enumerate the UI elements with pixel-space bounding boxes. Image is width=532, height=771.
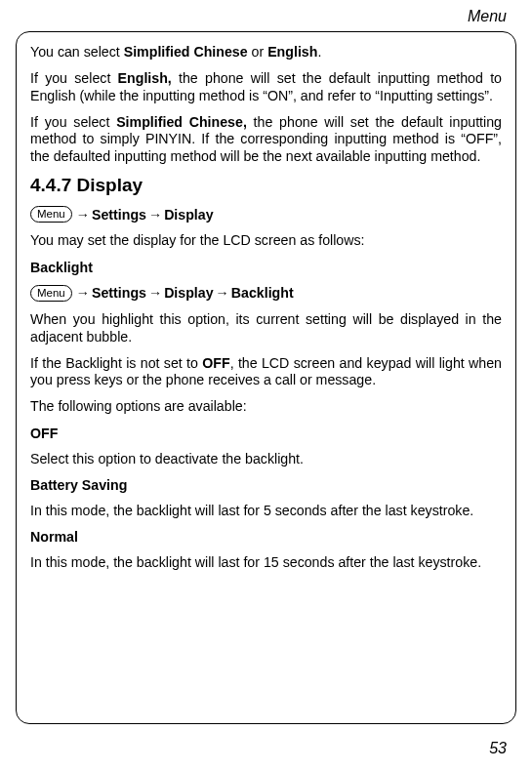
page-frame: You can select Simplified Chinese or Eng… xyxy=(16,31,516,724)
arrow-icon: → xyxy=(148,207,162,223)
display-p1: You may set the display for the LCD scre… xyxy=(30,232,502,249)
page-number: 53 xyxy=(489,740,507,757)
arrow-icon: → xyxy=(216,285,229,301)
bold-text: English, xyxy=(118,70,172,86)
nav-seg: Backlight xyxy=(231,285,294,301)
nav-seg: Display xyxy=(164,285,213,301)
bold-text: Simplified Chinese xyxy=(124,44,248,60)
subhead-normal: Normal xyxy=(30,529,502,545)
backlight-p3: The following options are available: xyxy=(30,398,502,415)
backlight-p2: If the Backlight is not set to OFF, the … xyxy=(30,355,502,389)
nav-path-backlight: Menu →Settings→Display→Backlight xyxy=(30,285,502,303)
heading-4-4-7: 4.4.7 Display xyxy=(30,175,502,196)
intro-p2: If you select English, the phone will se… xyxy=(30,70,502,104)
nav-seg: Settings xyxy=(92,285,146,301)
subhead-off: OFF xyxy=(30,426,502,441)
arrow-icon: → xyxy=(148,285,162,301)
menu-pill: Menu xyxy=(30,206,72,223)
menu-pill: Menu xyxy=(30,285,72,303)
subhead-backlight: Backlight xyxy=(30,260,502,275)
arrow-icon: → xyxy=(76,207,90,223)
nav-seg: Settings xyxy=(92,207,146,223)
section-header: Menu xyxy=(0,0,532,29)
normal-desc: In this mode, the backlight will last fo… xyxy=(30,554,502,571)
intro-p1: You can select Simplified Chinese or Eng… xyxy=(30,44,502,61)
arrow-icon: → xyxy=(76,285,90,301)
bold-text: English xyxy=(267,44,317,60)
text: If you select xyxy=(30,114,116,130)
subhead-battery-saving: Battery Saving xyxy=(30,477,502,493)
battery-saving-desc: In this mode, the backlight will last fo… xyxy=(30,503,502,519)
nav-path-display: Menu →Settings→Display xyxy=(30,206,502,223)
text: If the Backlight is not set to xyxy=(30,355,202,371)
bold-text: OFF xyxy=(202,355,229,371)
text: . xyxy=(317,44,321,60)
nav-seg: Display xyxy=(164,207,213,223)
off-desc: Select this option to deactivate the bac… xyxy=(30,451,502,467)
intro-p3: If you select Simplified Chinese, the ph… xyxy=(30,114,502,165)
text: You can select xyxy=(30,44,124,60)
text: If you select xyxy=(30,70,118,86)
backlight-p1: When you highlight this option, its curr… xyxy=(30,311,502,345)
text: or xyxy=(248,44,268,60)
bold-text: Simplified Chinese, xyxy=(116,114,247,130)
